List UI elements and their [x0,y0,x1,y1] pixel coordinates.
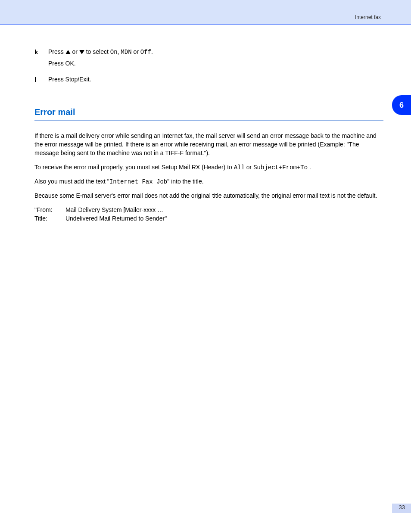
mail-from-value: Mail Delivery System [Mailer-xxxx … [65,206,163,213]
step-l-line: Press Stop/Exit. [48,75,376,84]
page-number: 33 [399,504,405,512]
step-k-line1: Press or to select On, MDN or Off. [48,47,376,56]
arrow-down-icon [79,50,84,54]
option-on: On [110,49,118,56]
section-rule [34,120,383,121]
page-header-text: Internet fax [355,14,381,21]
mail-from-label: "From: [34,205,64,214]
step-k-line2: Press OK. [48,59,376,68]
step-k: k Press or to select On, MDN or Off. Pre… [34,47,383,71]
step-k-label: k [34,47,47,57]
mail-title-label: Title: [34,214,64,223]
error-mail-p1: If there is a mail delivery error while … [34,131,383,158]
error-mail-p4: Because some E-mail server's error mail … [34,191,383,200]
section-body: If there is a mail delivery error while … [34,131,383,223]
mail-title-value: Undelivered Mail Returned to Sender" [65,215,167,222]
chapter-side-tab: 6 [392,95,411,115]
error-mail-p3: Also you must add the text "Internet Fax… [34,177,383,186]
chapter-number: 6 [399,100,404,111]
option-mdn: MDN [121,49,131,56]
section-title-error-mail: Error mail [34,106,383,118]
error-mail-example: "From: Mail Delivery System [Mailer-xxxx… [34,205,383,223]
arrow-up-icon [65,50,71,54]
option-off: Off [140,49,151,56]
step-l-label: l [34,75,47,84]
step-l: l Press Stop/Exit. [34,75,383,86]
error-mail-p2: To receive the error mail properly, you … [34,163,383,172]
page-header-bar: Internet fax [0,0,411,25]
